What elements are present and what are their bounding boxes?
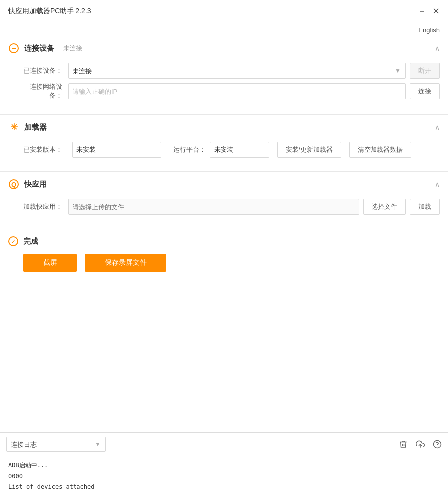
connect-icon (8, 43, 19, 54)
connect-section: 连接设备 未连接 ∧ 已连接设备： 未连接 ▼ 断开 连接网络设备： (0, 36, 448, 115)
minimize-button[interactable]: － (417, 7, 426, 16)
connect-chevron-icon: ∧ (435, 44, 440, 52)
install-loader-button[interactable]: 安装/更新加载器 (277, 142, 341, 158)
done-check-icon: ✓ (8, 236, 18, 246)
quickapp-file-input[interactable] (68, 199, 359, 215)
quickapp-circle-icon: Q (9, 179, 19, 189)
delete-log-button[interactable] (399, 440, 408, 449)
loader-icon: ✳ (8, 122, 19, 133)
connected-device-row: 已连接设备： 未连接 ▼ 断开 (8, 63, 440, 79)
connect-title: 连接设备 (24, 44, 54, 53)
connected-label: 已连接设备： (23, 66, 68, 75)
quickapp-input-wrapper (68, 199, 359, 215)
connect-button[interactable]: 连接 (410, 83, 440, 99)
quickapp-section-header: Q 快应用 ∧ (8, 172, 440, 195)
disconnect-button[interactable]: 断开 (410, 63, 440, 79)
title-bar-right: － ✕ (417, 7, 440, 16)
clear-loader-button[interactable]: 清空加载器数据 (349, 142, 411, 158)
load-label: 加载快应用： (23, 202, 68, 211)
upload-log-button[interactable] (416, 440, 425, 449)
platform-input (210, 142, 269, 158)
connect-status: 未连接 (63, 44, 82, 53)
log-content: ADB启动中... 0000 List of devices attached (0, 456, 448, 497)
main-content: 连接设备 未连接 ∧ 已连接设备： 未连接 ▼ 断开 连接网络设备： (0, 36, 448, 432)
app-title: 快应用加载器PC助手 2.2.3 (8, 7, 91, 16)
connected-device-select[interactable]: 未连接 (68, 63, 406, 79)
save-record-button[interactable]: 保存录屏文件 (85, 254, 166, 272)
log-line-1: ADB启动中... (8, 460, 440, 471)
loader-section-header: ✳ 加载器 ∧ (8, 115, 440, 138)
connect-header-left: 连接设备 未连接 (8, 43, 82, 54)
connected-select-wrapper: 未连接 ▼ (68, 63, 406, 79)
quickapp-title: 快应用 (24, 180, 47, 189)
loader-chevron-icon: ∧ (435, 123, 440, 131)
log-line-2: 0000 (8, 471, 440, 482)
close-button[interactable]: ✕ (432, 7, 440, 16)
quickapp-section: Q 快应用 ∧ 加载快应用： 选择文件 加载 (0, 172, 448, 229)
quickapp-icon: Q (8, 179, 19, 190)
quickapp-load-row: 加载快应用： 选择文件 加载 (8, 199, 440, 215)
done-header: ✓ 完成 (8, 236, 440, 246)
loader-title: 加载器 (24, 123, 47, 132)
load-button[interactable]: 加载 (410, 199, 440, 215)
loader-info-row: 已安装版本： 运行平台： 安装/更新加载器 清空加载器数据 (8, 142, 440, 158)
done-section: ✓ 完成 截屏 保存录屏文件 (0, 229, 448, 284)
installed-label: 已安装版本： (23, 145, 68, 154)
connect-circle-icon (9, 43, 19, 53)
lang-area: English (0, 22, 448, 36)
screenshot-button[interactable]: 截屏 (23, 254, 77, 272)
installed-version-input (72, 142, 161, 158)
network-label: 连接网络设备： (23, 83, 68, 100)
network-device-row: 连接网络设备： 连接 (8, 83, 440, 100)
title-bar-left: 快应用加载器PC助手 2.2.3 (8, 7, 91, 16)
loader-header-left: ✳ 加载器 (8, 122, 47, 133)
connect-section-header: 连接设备 未连接 ∧ (8, 36, 440, 59)
log-select-wrapper: 连接日志 ▼ (6, 437, 106, 452)
loader-section: ✳ 加载器 ∧ 已安装版本： 运行平台： 安装/更新加载器 清空加载器数据 (0, 115, 448, 172)
log-type-select[interactable]: 连接日志 (6, 437, 106, 452)
platform-label: 运行平台： (173, 145, 206, 154)
network-ip-input[interactable] (68, 83, 406, 99)
done-buttons: 截屏 保存录屏文件 (8, 254, 440, 272)
title-bar: 快应用加载器PC助手 2.2.3 － ✕ (0, 0, 448, 22)
help-button[interactable] (433, 440, 442, 449)
loader-asterisk-icon: ✳ (10, 122, 18, 133)
quickapp-header-left: Q 快应用 (8, 179, 47, 190)
log-line-3: List of devices attached (8, 482, 440, 493)
quickapp-chevron-icon: ∧ (435, 180, 440, 188)
log-area: 连接日志 ▼ (0, 432, 448, 497)
done-title: 完成 (23, 237, 38, 246)
language-button[interactable]: English (418, 26, 440, 34)
select-file-button[interactable]: 选择文件 (363, 199, 406, 215)
log-toolbar-actions (399, 440, 442, 449)
main-window: 快应用加载器PC助手 2.2.3 － ✕ English 连接设备 未连接 ∧ (0, 0, 448, 497)
log-toolbar: 连接日志 ▼ (0, 433, 448, 456)
